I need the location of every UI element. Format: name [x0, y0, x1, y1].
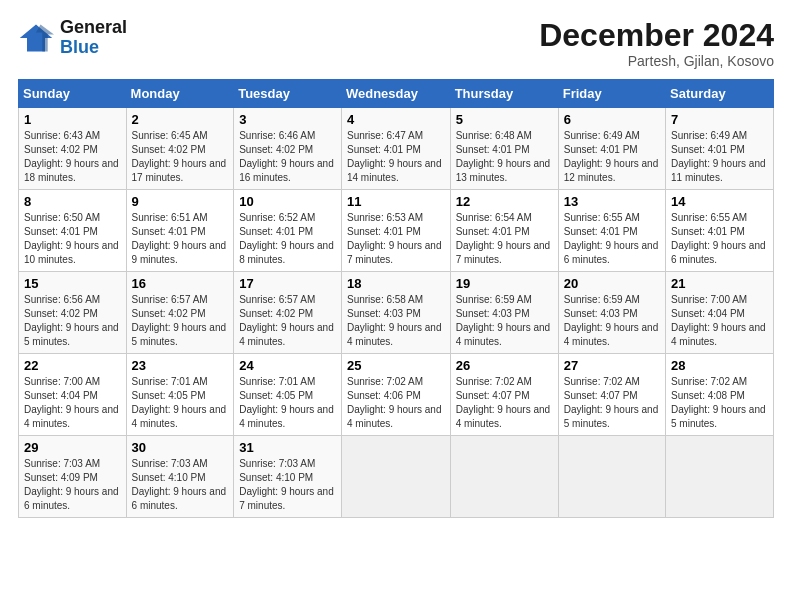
- logo-line1: General: [60, 18, 127, 38]
- day-number: 12: [456, 194, 553, 209]
- day-info: Sunrise: 6:48 AM Sunset: 4:01 PM Dayligh…: [456, 129, 553, 185]
- day-number: 5: [456, 112, 553, 127]
- day-cell: 1 Sunrise: 6:43 AM Sunset: 4:02 PM Dayli…: [19, 108, 127, 190]
- day-cell: 11 Sunrise: 6:53 AM Sunset: 4:01 PM Dayl…: [341, 190, 450, 272]
- day-cell: 29 Sunrise: 7:03 AM Sunset: 4:09 PM Dayl…: [19, 436, 127, 518]
- day-info: Sunrise: 7:01 AM Sunset: 4:05 PM Dayligh…: [132, 375, 229, 431]
- day-cell: 9 Sunrise: 6:51 AM Sunset: 4:01 PM Dayli…: [126, 190, 234, 272]
- day-cell: [450, 436, 558, 518]
- week-row-3: 15 Sunrise: 6:56 AM Sunset: 4:02 PM Dayl…: [19, 272, 774, 354]
- day-number: 20: [564, 276, 660, 291]
- day-info: Sunrise: 6:45 AM Sunset: 4:02 PM Dayligh…: [132, 129, 229, 185]
- week-row-2: 8 Sunrise: 6:50 AM Sunset: 4:01 PM Dayli…: [19, 190, 774, 272]
- day-info: Sunrise: 6:55 AM Sunset: 4:01 PM Dayligh…: [671, 211, 768, 267]
- day-number: 8: [24, 194, 121, 209]
- day-info: Sunrise: 7:03 AM Sunset: 4:10 PM Dayligh…: [239, 457, 336, 513]
- day-info: Sunrise: 7:01 AM Sunset: 4:05 PM Dayligh…: [239, 375, 336, 431]
- day-number: 7: [671, 112, 768, 127]
- day-cell: 28 Sunrise: 7:02 AM Sunset: 4:08 PM Dayl…: [666, 354, 774, 436]
- day-cell: 19 Sunrise: 6:59 AM Sunset: 4:03 PM Dayl…: [450, 272, 558, 354]
- title-block: December 2024 Partesh, Gjilan, Kosovo: [539, 18, 774, 69]
- day-info: Sunrise: 6:49 AM Sunset: 4:01 PM Dayligh…: [671, 129, 768, 185]
- day-cell: [341, 436, 450, 518]
- day-info: Sunrise: 7:00 AM Sunset: 4:04 PM Dayligh…: [24, 375, 121, 431]
- day-number: 28: [671, 358, 768, 373]
- day-number: 6: [564, 112, 660, 127]
- day-info: Sunrise: 6:55 AM Sunset: 4:01 PM Dayligh…: [564, 211, 660, 267]
- day-number: 11: [347, 194, 445, 209]
- day-cell: 26 Sunrise: 7:02 AM Sunset: 4:07 PM Dayl…: [450, 354, 558, 436]
- day-number: 10: [239, 194, 336, 209]
- day-cell: 21 Sunrise: 7:00 AM Sunset: 4:04 PM Dayl…: [666, 272, 774, 354]
- day-number: 1: [24, 112, 121, 127]
- day-cell: 17 Sunrise: 6:57 AM Sunset: 4:02 PM Dayl…: [234, 272, 342, 354]
- day-info: Sunrise: 6:59 AM Sunset: 4:03 PM Dayligh…: [564, 293, 660, 349]
- day-cell: 22 Sunrise: 7:00 AM Sunset: 4:04 PM Dayl…: [19, 354, 127, 436]
- day-cell: 2 Sunrise: 6:45 AM Sunset: 4:02 PM Dayli…: [126, 108, 234, 190]
- day-info: Sunrise: 7:03 AM Sunset: 4:09 PM Dayligh…: [24, 457, 121, 513]
- header-row: SundayMondayTuesdayWednesdayThursdayFrid…: [19, 80, 774, 108]
- day-number: 9: [132, 194, 229, 209]
- day-info: Sunrise: 6:59 AM Sunset: 4:03 PM Dayligh…: [456, 293, 553, 349]
- day-info: Sunrise: 6:49 AM Sunset: 4:01 PM Dayligh…: [564, 129, 660, 185]
- day-header-saturday: Saturday: [666, 80, 774, 108]
- day-info: Sunrise: 6:57 AM Sunset: 4:02 PM Dayligh…: [239, 293, 336, 349]
- day-cell: [558, 436, 665, 518]
- day-info: Sunrise: 6:56 AM Sunset: 4:02 PM Dayligh…: [24, 293, 121, 349]
- header: General Blue December 2024 Partesh, Gjil…: [18, 18, 774, 69]
- day-number: 26: [456, 358, 553, 373]
- day-info: Sunrise: 7:02 AM Sunset: 4:06 PM Dayligh…: [347, 375, 445, 431]
- day-cell: 10 Sunrise: 6:52 AM Sunset: 4:01 PM Dayl…: [234, 190, 342, 272]
- day-info: Sunrise: 6:53 AM Sunset: 4:01 PM Dayligh…: [347, 211, 445, 267]
- day-info: Sunrise: 6:57 AM Sunset: 4:02 PM Dayligh…: [132, 293, 229, 349]
- day-cell: 5 Sunrise: 6:48 AM Sunset: 4:01 PM Dayli…: [450, 108, 558, 190]
- day-header-friday: Friday: [558, 80, 665, 108]
- day-info: Sunrise: 6:50 AM Sunset: 4:01 PM Dayligh…: [24, 211, 121, 267]
- day-number: 27: [564, 358, 660, 373]
- day-number: 24: [239, 358, 336, 373]
- day-number: 4: [347, 112, 445, 127]
- day-cell: 4 Sunrise: 6:47 AM Sunset: 4:01 PM Dayli…: [341, 108, 450, 190]
- day-number: 23: [132, 358, 229, 373]
- day-header-wednesday: Wednesday: [341, 80, 450, 108]
- day-cell: 14 Sunrise: 6:55 AM Sunset: 4:01 PM Dayl…: [666, 190, 774, 272]
- day-info: Sunrise: 6:43 AM Sunset: 4:02 PM Dayligh…: [24, 129, 121, 185]
- day-header-monday: Monday: [126, 80, 234, 108]
- day-info: Sunrise: 7:02 AM Sunset: 4:07 PM Dayligh…: [564, 375, 660, 431]
- day-number: 25: [347, 358, 445, 373]
- day-cell: 15 Sunrise: 6:56 AM Sunset: 4:02 PM Dayl…: [19, 272, 127, 354]
- day-number: 22: [24, 358, 121, 373]
- day-cell: 8 Sunrise: 6:50 AM Sunset: 4:01 PM Dayli…: [19, 190, 127, 272]
- day-cell: 24 Sunrise: 7:01 AM Sunset: 4:05 PM Dayl…: [234, 354, 342, 436]
- day-number: 31: [239, 440, 336, 455]
- day-cell: 25 Sunrise: 7:02 AM Sunset: 4:06 PM Dayl…: [341, 354, 450, 436]
- week-row-4: 22 Sunrise: 7:00 AM Sunset: 4:04 PM Dayl…: [19, 354, 774, 436]
- day-info: Sunrise: 7:03 AM Sunset: 4:10 PM Dayligh…: [132, 457, 229, 513]
- day-info: Sunrise: 6:58 AM Sunset: 4:03 PM Dayligh…: [347, 293, 445, 349]
- day-number: 18: [347, 276, 445, 291]
- day-number: 13: [564, 194, 660, 209]
- day-number: 14: [671, 194, 768, 209]
- day-info: Sunrise: 6:54 AM Sunset: 4:01 PM Dayligh…: [456, 211, 553, 267]
- day-number: 29: [24, 440, 121, 455]
- day-cell: 12 Sunrise: 6:54 AM Sunset: 4:01 PM Dayl…: [450, 190, 558, 272]
- day-info: Sunrise: 7:00 AM Sunset: 4:04 PM Dayligh…: [671, 293, 768, 349]
- day-number: 2: [132, 112, 229, 127]
- day-header-thursday: Thursday: [450, 80, 558, 108]
- day-number: 3: [239, 112, 336, 127]
- day-info: Sunrise: 6:47 AM Sunset: 4:01 PM Dayligh…: [347, 129, 445, 185]
- day-cell: 6 Sunrise: 6:49 AM Sunset: 4:01 PM Dayli…: [558, 108, 665, 190]
- day-cell: 3 Sunrise: 6:46 AM Sunset: 4:02 PM Dayli…: [234, 108, 342, 190]
- calendar-table: SundayMondayTuesdayWednesdayThursdayFrid…: [18, 79, 774, 518]
- day-cell: 30 Sunrise: 7:03 AM Sunset: 4:10 PM Dayl…: [126, 436, 234, 518]
- location-subtitle: Partesh, Gjilan, Kosovo: [539, 53, 774, 69]
- logo-icon: [18, 20, 54, 56]
- logo-line2: Blue: [60, 38, 127, 58]
- day-cell: [666, 436, 774, 518]
- day-header-sunday: Sunday: [19, 80, 127, 108]
- day-cell: 13 Sunrise: 6:55 AM Sunset: 4:01 PM Dayl…: [558, 190, 665, 272]
- logo: General Blue: [18, 18, 127, 58]
- day-cell: 18 Sunrise: 6:58 AM Sunset: 4:03 PM Dayl…: [341, 272, 450, 354]
- day-number: 30: [132, 440, 229, 455]
- page-container: General Blue December 2024 Partesh, Gjil…: [0, 0, 792, 528]
